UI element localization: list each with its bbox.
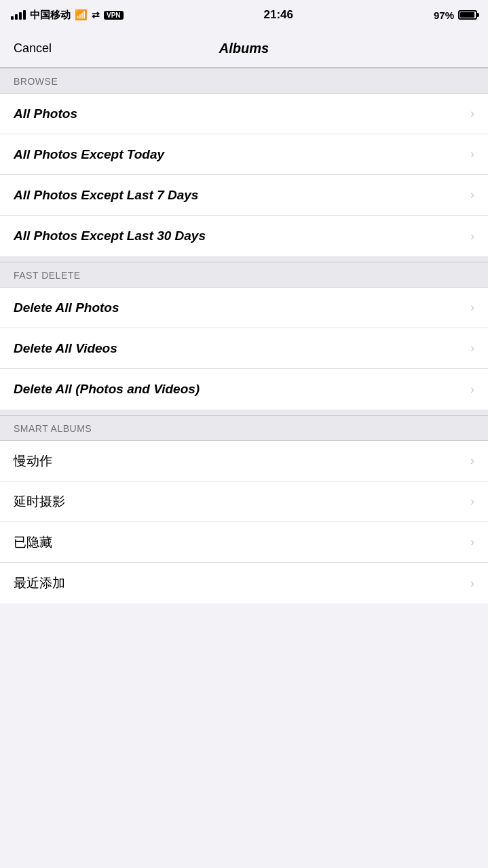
section-header-label-fast-delete: FAST DELETE bbox=[14, 270, 81, 281]
chevron-icon-all-photos: › bbox=[470, 106, 474, 121]
chevron-icon-hidden: › bbox=[470, 535, 474, 549]
list-item-delete-all-photos[interactable]: Delete All Photos› bbox=[0, 288, 488, 328]
list-item-time-lapse[interactable]: 延时摄影› bbox=[0, 481, 488, 522]
list-item-label-hidden: 已隐藏 bbox=[14, 534, 52, 551]
chevron-icon-all-photos-except-today: › bbox=[470, 147, 474, 161]
status-left: 中国移动 📶 ⇄ VPN bbox=[11, 9, 124, 22]
status-time: 21:46 bbox=[264, 8, 293, 22]
list-item-label-delete-all-photos: Delete All Photos bbox=[14, 300, 119, 315]
list-item-slow-motion[interactable]: 慢动作› bbox=[0, 441, 488, 481]
section-header-browse: BROWSE bbox=[0, 68, 488, 94]
status-right: 97% bbox=[434, 9, 477, 21]
battery-icon bbox=[458, 10, 477, 20]
list-section-browse: All Photos›All Photos Except Today›All P… bbox=[0, 94, 488, 256]
content: BROWSEAll Photos›All Photos Except Today… bbox=[0, 68, 488, 604]
nav-title: Albums bbox=[219, 41, 269, 56]
list-section-fast-delete: Delete All Photos›Delete All Videos›Dele… bbox=[0, 288, 488, 410]
chevron-icon-delete-all-videos: › bbox=[470, 341, 474, 355]
chevron-icon-recently-added: › bbox=[470, 576, 474, 591]
section-header-smart-albums: SMART ALBUMS bbox=[0, 415, 488, 441]
vpn-badge: VPN bbox=[104, 11, 124, 20]
list-item-label-all-photos-except-last-30-days: All Photos Except Last 30 Days bbox=[14, 229, 206, 243]
chevron-icon-delete-all-photos-videos: › bbox=[470, 382, 474, 397]
wifi-icon: 📶 bbox=[75, 9, 88, 21]
section-spacer bbox=[0, 256, 488, 262]
list-section-smart-albums: 慢动作›延时摄影›已隐藏›最近添加› bbox=[0, 441, 488, 604]
list-item-all-photos-except-last-30-days[interactable]: All Photos Except Last 30 Days› bbox=[0, 216, 488, 256]
list-item-all-photos[interactable]: All Photos› bbox=[0, 94, 488, 134]
cancel-button[interactable]: Cancel bbox=[14, 41, 52, 56]
list-item-delete-all-photos-videos[interactable]: Delete All (Photos and Videos)› bbox=[0, 369, 488, 410]
section-header-label-smart-albums: SMART ALBUMS bbox=[14, 423, 92, 434]
nav-bar: Cancel Albums bbox=[0, 30, 488, 68]
list-item-all-photos-except-last-7-days[interactable]: All Photos Except Last 7 Days› bbox=[0, 175, 488, 216]
list-item-all-photos-except-today[interactable]: All Photos Except Today› bbox=[0, 134, 488, 175]
chevron-icon-time-lapse: › bbox=[470, 494, 474, 509]
chevron-icon-slow-motion: › bbox=[470, 454, 474, 468]
list-item-delete-all-videos[interactable]: Delete All Videos› bbox=[0, 328, 488, 369]
chevron-icon-all-photos-except-last-30-days: › bbox=[470, 229, 474, 243]
chevron-icon-all-photos-except-last-7-days: › bbox=[470, 188, 474, 202]
list-item-label-delete-all-photos-videos: Delete All (Photos and Videos) bbox=[14, 382, 200, 397]
battery-percentage: 97% bbox=[434, 9, 454, 21]
list-item-label-all-photos: All Photos bbox=[14, 106, 77, 121]
list-item-label-recently-added: 最近添加 bbox=[14, 574, 65, 592]
arrow-icon: ⇄ bbox=[92, 9, 100, 20]
signal-bars-icon bbox=[11, 10, 26, 20]
list-item-label-slow-motion: 慢动作 bbox=[14, 452, 52, 470]
list-item-recently-added[interactable]: 最近添加› bbox=[0, 563, 488, 604]
carrier-label: 中国移动 bbox=[30, 9, 71, 22]
list-item-label-all-photos-except-last-7-days: All Photos Except Last 7 Days bbox=[14, 188, 198, 203]
section-header-fast-delete: FAST DELETE bbox=[0, 262, 488, 288]
list-item-hidden[interactable]: 已隐藏› bbox=[0, 522, 488, 563]
list-item-label-time-lapse: 延时摄影 bbox=[14, 493, 65, 511]
list-item-label-all-photos-except-today: All Photos Except Today bbox=[14, 147, 164, 162]
chevron-icon-delete-all-photos: › bbox=[470, 300, 474, 315]
section-header-label-browse: BROWSE bbox=[14, 76, 58, 87]
list-item-label-delete-all-videos: Delete All Videos bbox=[14, 341, 117, 356]
status-bar: 中国移动 📶 ⇄ VPN 21:46 97% bbox=[0, 0, 488, 30]
section-spacer bbox=[0, 410, 488, 415]
